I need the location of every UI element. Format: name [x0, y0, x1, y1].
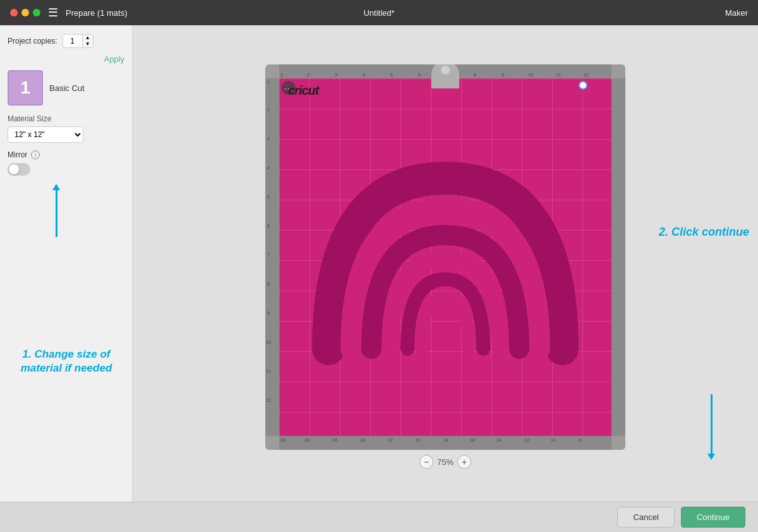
mat-item: 1 Basic Cut	[8, 70, 124, 106]
mirror-toggle[interactable]	[8, 163, 30, 176]
mat-inner	[279, 78, 611, 436]
cricut-logo: cricut	[288, 83, 318, 98]
arrow-down-shaft	[711, 394, 713, 454]
main-content: 1 2 3 4 5 6 7 8 9 10 11 12	[133, 25, 758, 502]
arrow-up-shaft	[56, 190, 57, 237]
copies-input[interactable]	[63, 35, 82, 47]
maker-label: Maker	[725, 8, 748, 18]
arrow-down-head	[707, 454, 715, 460]
copies-decrement[interactable]: ▼	[83, 41, 93, 47]
arrow-up-head	[52, 184, 60, 190]
hamburger-icon[interactable]: ☰	[48, 6, 58, 20]
mat-label: Basic Cut	[49, 83, 85, 93]
continue-button[interactable]: Continue	[681, 507, 745, 528]
sidebar: Project copies: ▲ ▼ Apply 1 Basic Cut Ma…	[0, 25, 133, 502]
cancel-button[interactable]: Cancel	[617, 507, 674, 528]
mat-number: 1	[20, 78, 30, 98]
project-copies-label: Project copies:	[8, 37, 57, 45]
zoom-label: 75%	[437, 457, 454, 467]
circle-handle[interactable]	[579, 81, 587, 90]
annotation-1: 1. Change size of material if needed	[6, 348, 126, 375]
material-size-label: Material Size	[8, 114, 124, 123]
mirror-row: Mirror i	[8, 150, 124, 159]
copies-input-wrap: ▲ ▼	[63, 34, 93, 48]
material-size-select[interactable]: 12" x 12" 12" x 24" 8.5" x 11"	[8, 126, 83, 143]
titlebar: ☰ Prepare (1 mats) Untitled* Maker	[0, 0, 758, 25]
info-icon[interactable]: i	[31, 150, 40, 159]
minimize-button[interactable]	[21, 9, 29, 16]
mirror-label: Mirror	[8, 150, 27, 159]
copies-arrows: ▲ ▼	[82, 35, 93, 47]
zoom-controls: − 75% +	[419, 455, 471, 469]
ruler-right	[611, 78, 625, 436]
mat-canvas: 1 2 3 4 5 6 7 8 9 10 11 12	[265, 64, 625, 450]
close-button[interactable]	[10, 9, 18, 16]
toggle-knob	[9, 164, 19, 174]
copies-increment[interactable]: ▲	[83, 35, 93, 41]
traffic-lights	[10, 9, 40, 16]
rainbow-svg-container	[293, 92, 598, 422]
mat-thumbnail: 1	[8, 70, 43, 106]
app-title: Prepare (1 mats)	[66, 8, 128, 18]
main-layout: Project copies: ▲ ▼ Apply 1 Basic Cut Ma…	[0, 25, 758, 502]
maximize-button[interactable]	[33, 9, 40, 16]
titlebar-left: ☰ Prepare (1 mats)	[10, 6, 128, 20]
bottom-bar: Cancel Continue	[0, 502, 758, 532]
document-title: Untitled*	[363, 8, 394, 18]
rainbow-svg	[310, 147, 581, 368]
mat-canvas-wrap: 1 2 3 4 5 6 7 8 9 10 11 12	[265, 64, 625, 450]
zoom-in-button[interactable]: +	[457, 455, 471, 469]
ruler-left: 1 2 3 4 5 6 7 8 9 10 11 12	[265, 78, 279, 436]
apply-button[interactable]: Apply	[104, 54, 124, 64]
hang-hole	[431, 64, 459, 88]
zoom-out-button[interactable]: −	[419, 455, 433, 469]
project-copies-row: Project copies: ▲ ▼	[8, 34, 124, 48]
hang-hole-inner	[441, 66, 450, 75]
annotation-2: 2. Click continue	[642, 226, 749, 239]
ruler-bottom: 30 28 26 24 22 20 18 16 14 12 10 8	[279, 436, 611, 450]
